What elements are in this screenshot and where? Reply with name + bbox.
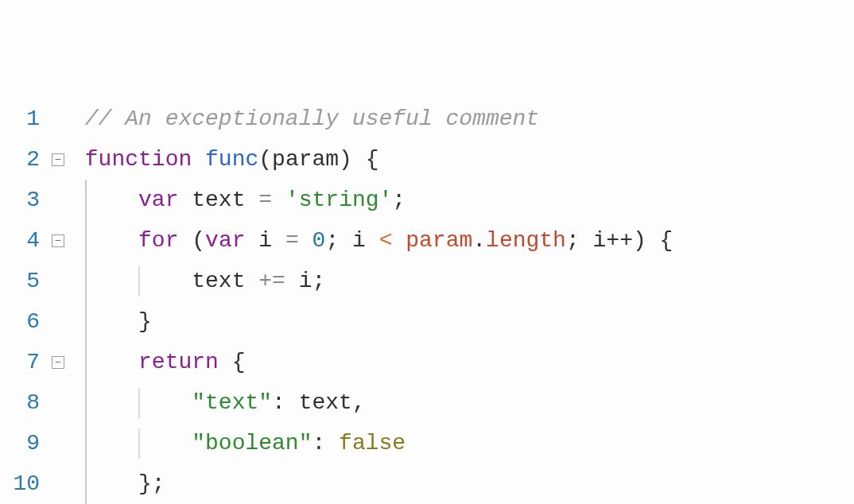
code-content[interactable]: "text": text, bbox=[72, 382, 366, 423]
operator-token: = bbox=[285, 228, 299, 253]
punct-token: ; bbox=[566, 228, 580, 253]
operator-token: = bbox=[258, 188, 272, 212]
brace-token: { bbox=[660, 228, 673, 253]
code-line[interactable]: 2 − function func(param) { bbox=[0, 139, 854, 180]
code-line[interactable]: 9 "boolean": false bbox=[0, 423, 854, 463]
punct-token: ; bbox=[392, 188, 406, 212]
punct-token: , bbox=[352, 390, 366, 415]
code-line[interactable]: 1 // An exceptionally useful comment bbox=[0, 99, 854, 139]
fold-gutter[interactable]: − bbox=[45, 235, 72, 247]
code-line[interactable]: 8 "text": text, bbox=[0, 382, 854, 423]
punct-token: ) bbox=[633, 228, 646, 253]
indent-guide bbox=[85, 301, 87, 342]
code-content[interactable]: // An exceptionally useful comment bbox=[72, 107, 539, 131]
identifier-token: i bbox=[299, 269, 312, 293]
line-number: 2 bbox=[0, 147, 45, 172]
fold-collapse-icon[interactable]: − bbox=[52, 356, 64, 369]
punct-token: : bbox=[272, 390, 285, 415]
comment-token: // An exceptionally useful comment bbox=[85, 107, 539, 131]
code-content[interactable]: return { bbox=[72, 342, 245, 382]
code-content[interactable]: var text = 'string'; bbox=[72, 180, 406, 220]
indent-guide bbox=[85, 180, 87, 220]
code-content[interactable]: function func(param) { bbox=[72, 147, 379, 172]
function-name-token: func bbox=[205, 147, 258, 172]
string-token: 'string' bbox=[285, 188, 392, 212]
property-token: length bbox=[486, 228, 566, 253]
operator-token: += bbox=[258, 269, 285, 293]
punct-token: ) bbox=[339, 147, 352, 172]
identifier-token: text bbox=[192, 269, 245, 293]
punct-token: : bbox=[312, 431, 325, 456]
identifier-token: param bbox=[406, 228, 472, 253]
line-number: 10 bbox=[0, 471, 45, 496]
indent-guide bbox=[85, 423, 87, 463]
line-number: 8 bbox=[0, 390, 45, 415]
identifier-token: i bbox=[258, 228, 272, 253]
line-number: 6 bbox=[0, 309, 45, 334]
indent-guide bbox=[138, 388, 140, 418]
brace-token: } bbox=[138, 471, 152, 496]
code-line[interactable]: 6 } bbox=[0, 301, 854, 342]
keyword-token: return bbox=[138, 350, 219, 374]
punct-token: ; bbox=[152, 471, 165, 496]
fold-gutter[interactable]: − bbox=[45, 356, 72, 369]
string-token: "boolean" bbox=[192, 431, 312, 456]
brace-token: { bbox=[232, 350, 246, 374]
number-token: 0 bbox=[312, 228, 326, 253]
fold-collapse-icon[interactable]: − bbox=[52, 153, 64, 166]
indent-guide bbox=[138, 266, 140, 297]
code-content[interactable]: "boolean": false bbox=[72, 423, 406, 463]
code-line[interactable]: 5 text += i; bbox=[0, 261, 854, 301]
indent-guide bbox=[85, 342, 87, 382]
code-line[interactable]: 4 − for (var i = 0; i < param.length; i+… bbox=[0, 220, 854, 261]
fold-collapse-icon[interactable]: − bbox=[52, 235, 64, 247]
keyword-token: var bbox=[138, 188, 178, 212]
punct-token: . bbox=[472, 228, 486, 253]
string-token: "text" bbox=[192, 390, 272, 415]
code-line[interactable]: 7 − return { bbox=[0, 342, 854, 382]
identifier-token: i bbox=[352, 228, 366, 253]
indent-guide bbox=[85, 220, 87, 261]
identifier-token: text bbox=[192, 188, 245, 212]
keyword-token: for bbox=[138, 228, 178, 253]
keyword-token: function bbox=[85, 147, 192, 172]
boolean-token: false bbox=[339, 431, 406, 456]
code-content[interactable]: text += i; bbox=[72, 261, 325, 301]
param-token: param bbox=[272, 147, 339, 172]
indent-guide bbox=[85, 382, 87, 423]
keyword-token: var bbox=[205, 228, 245, 253]
brace-token: } bbox=[138, 309, 152, 334]
line-number: 5 bbox=[0, 269, 45, 293]
code-line[interactable]: 3 var text = 'string'; bbox=[0, 180, 854, 220]
line-number: 1 bbox=[0, 107, 45, 131]
punct-token: ; bbox=[325, 228, 339, 253]
line-number: 4 bbox=[0, 228, 45, 253]
code-line[interactable]: 10 }; bbox=[0, 463, 854, 504]
indent-guide bbox=[138, 428, 140, 459]
punct-token: ( bbox=[258, 147, 272, 172]
brace-token: { bbox=[366, 147, 379, 172]
punct-token: ( bbox=[192, 228, 205, 253]
identifier-token: i++ bbox=[593, 228, 633, 253]
code-content[interactable]: for (var i = 0; i < param.length; i++) { bbox=[72, 220, 673, 261]
line-number: 7 bbox=[0, 350, 45, 374]
indent-guide bbox=[85, 261, 87, 301]
indent-guide bbox=[85, 463, 87, 504]
line-number: 9 bbox=[0, 431, 45, 456]
code-content[interactable]: } bbox=[72, 301, 152, 342]
identifier-token: text bbox=[299, 390, 352, 415]
punct-token: ; bbox=[312, 269, 326, 293]
code-editor[interactable]: 1 // An exceptionally useful comment 2 −… bbox=[0, 99, 854, 504]
code-content[interactable]: }; bbox=[72, 463, 165, 504]
line-number: 3 bbox=[0, 188, 45, 212]
operator-token: < bbox=[379, 228, 393, 253]
fold-gutter[interactable]: − bbox=[45, 153, 72, 166]
